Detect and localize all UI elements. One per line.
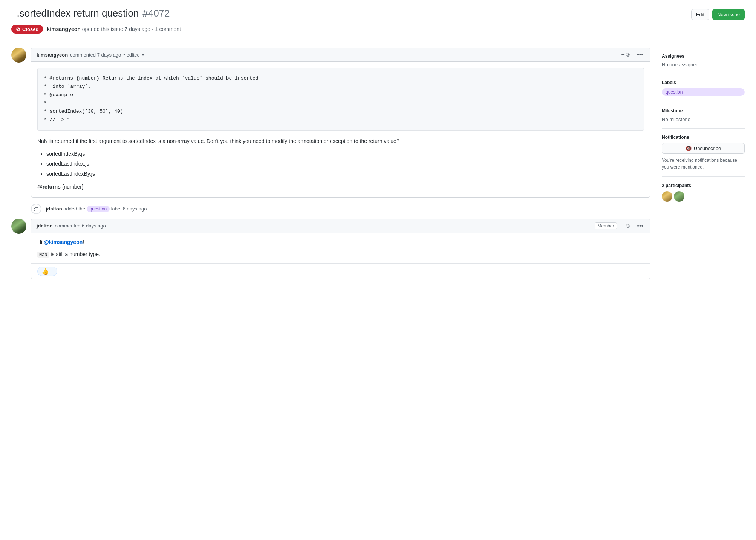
bullet-list: sortedIndexBy.js sortedLastIndex.js sort… xyxy=(37,150,644,178)
closed-label: Closed xyxy=(22,26,38,32)
assignees-heading: Assignees xyxy=(662,54,745,59)
assignees-section: Assignees No one assigned xyxy=(662,48,745,74)
timeline-event: 🏷 jdalton added the question label 6 day… xyxy=(31,204,650,214)
second-comment-container: jdalton commented 6 days ago Member +☺ •… xyxy=(11,219,650,279)
timeline: kimsangyeon commented 7 days ago • edite… xyxy=(11,48,650,285)
second-comment-box: jdalton commented 6 days ago Member +☺ •… xyxy=(31,219,650,279)
nan-text: NaN is still a number type. xyxy=(37,251,644,257)
notification-text: You're receiving notifications because y… xyxy=(662,157,745,170)
returns-line: @returns {number} xyxy=(37,183,644,191)
greeting: Hi xyxy=(37,239,44,245)
issue-header: _.sortedIndex return question #4072 Edit… xyxy=(11,8,745,20)
second-comment-header-right: Member +☺ ••• xyxy=(595,222,645,230)
event-text: jdalton added the question label 6 days … xyxy=(46,206,147,212)
participant-avatar-1 xyxy=(662,191,672,202)
unsubscribe-label: Unsubscribe xyxy=(694,146,721,151)
edited-dropdown-arrow[interactable]: ▾ xyxy=(142,53,144,57)
header-buttons: Edit New issue xyxy=(691,9,745,20)
reaction-row: 👍 1 xyxy=(31,263,650,279)
first-comment-time: commented 7 days ago xyxy=(70,52,121,58)
event-author: jdalton xyxy=(46,206,62,212)
edit-button[interactable]: Edit xyxy=(691,9,709,20)
reaction-count: 1 xyxy=(51,268,53,274)
status-meta: kimsangyeon opened this issue 7 days ago… xyxy=(47,26,181,32)
status-text: opened this issue 7 days ago · 1 comment xyxy=(82,26,181,32)
still-text: is still a number type. xyxy=(51,251,100,257)
sidebar: Assignees No one assigned Labels questio… xyxy=(662,48,745,202)
participants-avatars xyxy=(662,191,745,202)
first-comment-body: * @returns {number} Returns the index at… xyxy=(31,62,650,197)
tag-event-icon: 🏷 xyxy=(31,204,41,214)
labels-section: Labels question xyxy=(662,74,745,102)
member-badge: Member xyxy=(595,222,617,229)
returns-bold: @returns xyxy=(37,184,61,190)
milestone-section: Milestone No milestone xyxy=(662,102,745,129)
second-avatar xyxy=(11,219,26,234)
first-comment-header-left: kimsangyeon commented 7 days ago • edite… xyxy=(37,52,144,58)
first-comment-container: kimsangyeon commented 7 days ago • edite… xyxy=(11,48,650,198)
second-add-emoji-button[interactable]: +☺ xyxy=(620,222,633,230)
issue-title: _.sortedIndex return question xyxy=(11,8,139,19)
event-suffix: label 6 days ago xyxy=(111,206,147,212)
first-comment-header-right: +☺ ••• xyxy=(620,51,645,58)
second-comment-header: jdalton commented 6 days ago Member +☺ •… xyxy=(31,219,650,233)
labels-heading: Labels xyxy=(662,80,745,85)
label-tag: question xyxy=(662,88,745,96)
greeting-end: ! xyxy=(83,239,84,245)
body-text: NaN is returned if the first argument to… xyxy=(37,137,644,145)
milestone-value: No milestone xyxy=(662,117,745,122)
second-more-options-button[interactable]: ••• xyxy=(635,222,645,230)
first-comment-header: kimsangyeon commented 7 days ago • edite… xyxy=(31,48,650,62)
issue-number: #4072 xyxy=(142,8,170,19)
returns-rest: {number} xyxy=(62,184,84,190)
notifications-section: Notifications 🔇 Unsubscribe You're recei… xyxy=(662,129,745,177)
event-label-badge: question xyxy=(87,206,110,212)
list-item: sortedIndexBy.js xyxy=(46,150,644,158)
new-issue-button[interactable]: New issue xyxy=(712,9,745,20)
status-author: kimsangyeon xyxy=(47,26,80,32)
second-comment-body: Hi @kimsangyeon! NaN is still a number t… xyxy=(31,233,650,263)
greeting-text: Hi @kimsangyeon! xyxy=(37,239,644,245)
second-comment-header-left: jdalton commented 6 days ago xyxy=(37,223,106,229)
notifications-heading: Notifications xyxy=(662,135,745,140)
mention: @kimsangyeon xyxy=(44,239,83,245)
second-comment-author: jdalton xyxy=(37,223,53,229)
main-layout: kimsangyeon commented 7 days ago • edite… xyxy=(11,48,745,285)
more-options-button[interactable]: ••• xyxy=(635,51,645,58)
participants-section: 2 participants xyxy=(662,177,745,202)
code-block: * @returns {number} Returns the index at… xyxy=(37,68,644,131)
thumbsup-reaction[interactable]: 👍 1 xyxy=(37,267,57,276)
status-row: ⊘ Closed kimsangyeon opened this issue 7… xyxy=(11,25,745,40)
assignees-value: No one assigned xyxy=(662,62,745,68)
first-comment-box: kimsangyeon commented 7 days ago • edite… xyxy=(31,48,650,198)
participants-heading: 2 participants xyxy=(662,183,745,188)
second-comment-time: commented 6 days ago xyxy=(55,223,106,229)
closed-badge: ⊘ Closed xyxy=(11,25,43,34)
event-action: added the xyxy=(63,206,86,212)
participant-avatar-2 xyxy=(674,191,684,202)
issue-title-row: _.sortedIndex return question #4072 xyxy=(11,8,170,19)
list-item: sortedLastIndexBy.js xyxy=(46,170,644,178)
unsubscribe-icon: 🔇 xyxy=(686,146,692,151)
closed-icon: ⊘ xyxy=(16,26,20,32)
first-avatar xyxy=(11,48,26,63)
list-item: sortedLastIndex.js xyxy=(46,160,644,168)
add-emoji-button[interactable]: +☺ xyxy=(620,51,633,58)
first-comment-edited: • edited xyxy=(123,52,140,58)
nan-code: NaN xyxy=(37,252,49,258)
unsubscribe-button[interactable]: 🔇 Unsubscribe xyxy=(662,143,745,154)
thumbsup-emoji: 👍 xyxy=(41,268,49,275)
milestone-heading: Milestone xyxy=(662,108,745,114)
first-comment-author: kimsangyeon xyxy=(37,52,68,58)
